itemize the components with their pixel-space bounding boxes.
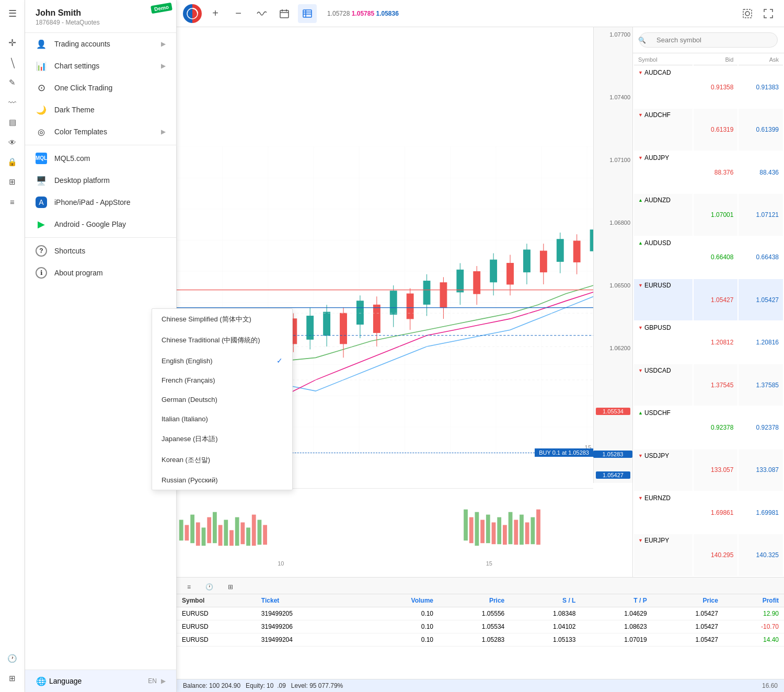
th-profit: Profit <box>723 594 784 607</box>
svg-rect-90 <box>469 517 474 544</box>
menu-item-one-click-trading[interactable]: ⊙ One Click Trading <box>25 77 176 99</box>
tab-terminal-icon[interactable]: ≡ <box>181 581 197 594</box>
volume-svg <box>177 489 593 556</box>
menu-item-language[interactable]: 🌐 Language EN ▶ <box>25 670 176 692</box>
symbol-row[interactable]: ▲ USDCHF 0.92378 0.92378 <box>634 407 783 448</box>
bar-chart-icon[interactable]: ▤ <box>3 113 22 132</box>
wave-tool-button[interactable] <box>252 4 271 23</box>
lang-korean[interactable]: Korean (조선말) <box>152 449 292 470</box>
symbol-row[interactable]: ▼ EURNZD 1.69861 1.69981 <box>634 492 783 533</box>
pos-volume: 0.10 <box>368 633 439 647</box>
symbol-row[interactable]: ▼ GBPUSD 1.20812 1.20816 <box>634 321 783 363</box>
menu-item-desktop-platform[interactable]: 🖥️ Desktop platform <box>25 169 176 191</box>
lang-english[interactable]: English (English) ✓ <box>152 351 292 371</box>
svg-rect-56 <box>490 260 497 282</box>
about-label: About program <box>54 269 166 277</box>
menu-item-chart-settings[interactable]: 📊 Chart settings ▶ <box>25 55 176 77</box>
wave-icon[interactable]: 〰 <box>3 93 22 112</box>
symbol-row[interactable]: ▼ USDJPY 133.057 133.087 <box>634 449 783 491</box>
lang-russian[interactable]: Russian (Русский) <box>152 470 292 490</box>
calendar-button[interactable] <box>275 4 294 23</box>
svg-rect-1 <box>280 10 289 18</box>
iphone-icon: A <box>36 197 47 208</box>
list-view-icon <box>303 9 312 18</box>
pos-tp: 1.04629 <box>581 607 652 620</box>
svg-rect-75 <box>190 515 194 544</box>
list-view-button[interactable] <box>298 4 317 23</box>
svg-rect-87 <box>258 520 262 545</box>
symbol-row[interactable]: ▲ AUDNZD 1.07001 1.07121 <box>634 194 783 235</box>
svg-rect-83 <box>235 517 239 546</box>
bid-value: 88.376 <box>694 152 738 193</box>
lang-german[interactable]: German (Deutsch) <box>152 390 292 409</box>
lang-japanese[interactable]: Japanese (日本語) <box>152 429 292 449</box>
demo-badge: Demo <box>151 3 172 14</box>
time-10: 10 <box>278 560 284 567</box>
lock-icon[interactable]: 🔒 <box>3 153 22 171</box>
add-button[interactable]: + <box>206 4 225 23</box>
screenshot-button[interactable] <box>738 4 757 23</box>
lang-french[interactable]: French (Français) <box>152 371 292 390</box>
ask-value: 0.92378 <box>739 407 783 448</box>
svg-rect-74 <box>185 525 189 540</box>
svg-rect-44 <box>307 316 314 340</box>
tab-grid-icon[interactable]: ⊞ <box>222 581 239 594</box>
lang-italian[interactable]: Italian (Italiano) <box>152 409 292 429</box>
fullscreen-icon <box>764 9 773 18</box>
menu-item-mql5[interactable]: MQL MQL5.com <box>25 147 176 169</box>
iphone-label: iPhone/iPad - AppStore <box>54 198 166 206</box>
symbol-row[interactable]: ▲ AUDUSD 0.66408 0.66438 <box>634 237 783 278</box>
user-name: John Smith <box>36 8 166 18</box>
position-row[interactable]: EURUSD 319499204 0.10 1.05283 1.05133 1.… <box>177 633 784 647</box>
price-highlight-red: 1.05534 <box>596 408 630 415</box>
svg-rect-91 <box>475 512 479 546</box>
one-click-icon: ⊙ <box>36 82 47 94</box>
menu-item-android[interactable]: ▶ Android - Google Play <box>25 213 176 235</box>
symbol-name: EURUSD <box>644 282 671 289</box>
wave-tool-icon <box>256 8 267 19</box>
direction-arrow: ▼ <box>638 155 643 160</box>
arrow-right-icon-3: ▶ <box>161 128 166 135</box>
eye-icon[interactable]: 👁 <box>3 133 22 152</box>
buy-label: BUY 0.1 at 1.05283 <box>535 448 593 457</box>
symbol-row[interactable]: ▼ USDCAD 1.37545 1.37585 <box>634 364 783 406</box>
crosshair-icon[interactable]: ✛ <box>3 33 22 52</box>
svg-rect-46 <box>324 312 330 336</box>
ask-value: 0.66438 <box>739 237 783 278</box>
tab-history-icon[interactable]: 🕐 <box>199 581 220 594</box>
menu-item-dark-theme[interactable]: 🌙 Dark Theme <box>25 99 176 121</box>
fullscreen-button[interactable] <box>759 4 778 23</box>
color-templates-icon: ◎ <box>36 126 47 137</box>
symbol-row[interactable]: ▼ EURJPY 140.295 140.325 <box>634 534 783 576</box>
position-row[interactable]: EURUSD 319499205 0.10 1.05556 1.08348 1.… <box>177 607 784 620</box>
svg-rect-79 <box>213 512 217 544</box>
symbol-row[interactable]: ▼ AUDJPY 88.376 88.436 <box>634 152 783 193</box>
symbol-row[interactable]: ▼ EURUSD 1.05427 1.05427 <box>634 279 783 320</box>
menu-item-trading-accounts[interactable]: 👤 Trading accounts ▶ <box>25 33 176 55</box>
symbol-name: AUDNZD <box>644 197 671 204</box>
menu-item-color-templates[interactable]: ◎ Color Templates ▶ <box>25 121 176 143</box>
symbol-name: USDCAD <box>644 367 671 374</box>
symbol-row[interactable]: ▼ AUDCHF 0.61319 0.61399 <box>634 109 783 150</box>
menu-item-iphone[interactable]: A iPhone/iPad - AppStore <box>25 191 176 213</box>
lang-chinese-simplified[interactable]: Chinese Simplified (简体中文) <box>152 309 292 330</box>
symbol-panel: Symbol Bid Ask ▼ AUDCAD 0.91358 0.91383 … <box>632 27 784 577</box>
lang-chinese-traditional[interactable]: Chinese Traditional (中國傳統的) <box>152 330 292 351</box>
hamburger-menu-icon[interactable]: ☰ <box>3 4 22 23</box>
menu-item-shortcuts[interactable]: ? Shortcuts <box>25 240 176 262</box>
pos-profit: 12.90 <box>723 607 784 620</box>
line-tool-icon[interactable]: ╱ <box>0 50 26 76</box>
history-icon[interactable]: 🕐 <box>3 649 22 668</box>
list-icon[interactable]: ≡ <box>3 192 22 211</box>
grid-icon[interactable]: ⊞ <box>3 669 22 688</box>
group-icon[interactable]: ⊞ <box>3 172 22 191</box>
price-level-5: 1.06500 <box>596 282 630 289</box>
symbol-row[interactable]: ▼ AUDCAD 0.91358 0.91383 <box>634 66 783 108</box>
search-input[interactable] <box>639 32 778 48</box>
position-row[interactable]: EURUSD 319499206 0.10 1.05534 1.04102 1.… <box>177 620 784 633</box>
pencil-icon[interactable]: ✎ <box>3 73 22 92</box>
remove-button[interactable]: − <box>229 4 248 23</box>
menu-item-about[interactable]: ℹ About program <box>25 262 176 284</box>
price-info: 1.05728 1.05785 1.05836 <box>327 10 399 17</box>
pos-price2: 1.05427 <box>652 607 723 620</box>
